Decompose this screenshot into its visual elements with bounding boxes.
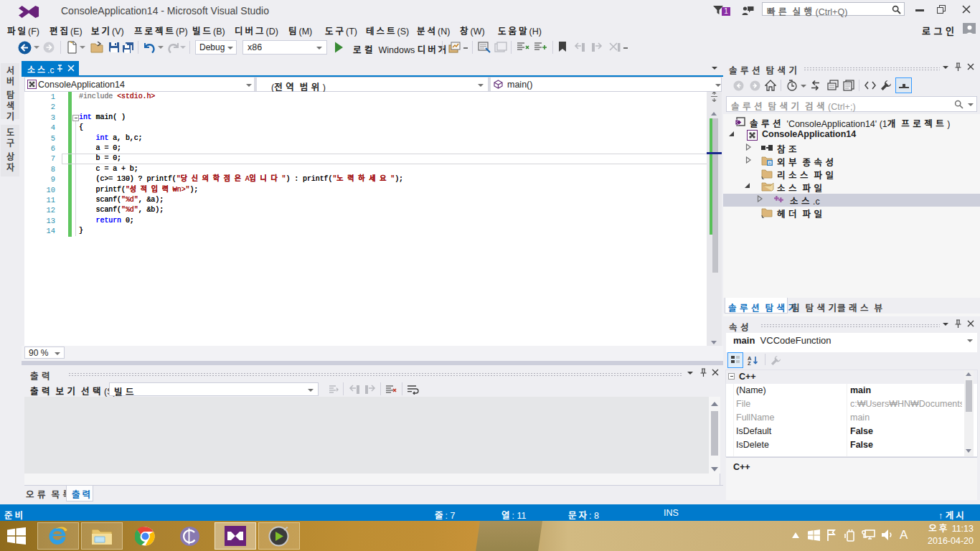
svg-text:Z: Z xyxy=(748,360,751,365)
